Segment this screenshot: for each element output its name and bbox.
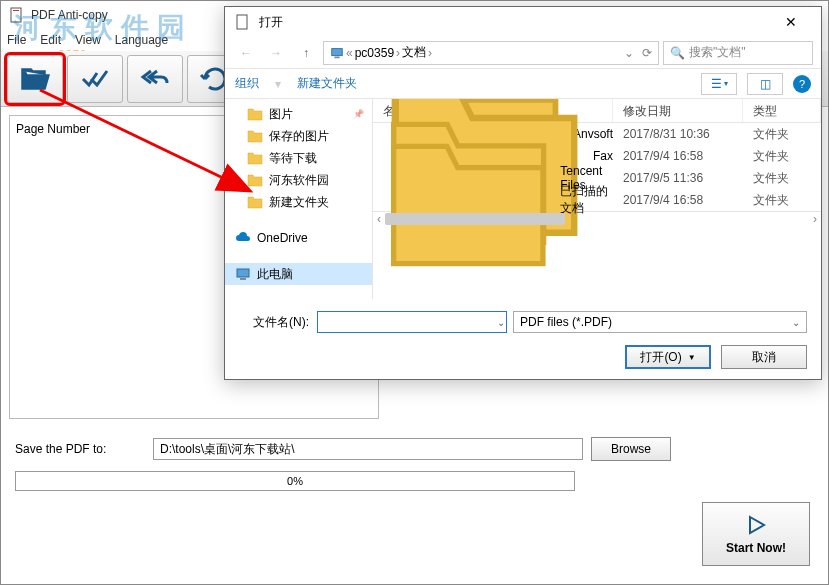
col-date[interactable]: 修改日期 xyxy=(613,99,743,122)
chevron-right-icon: › xyxy=(428,46,432,60)
menu-language[interactable]: Language xyxy=(115,33,168,47)
close-icon: ✕ xyxy=(785,14,797,30)
chevron-down-icon[interactable]: ⌄ xyxy=(497,317,505,328)
list-icon: ☰ xyxy=(711,77,722,91)
chevron-right-icon: › xyxy=(396,46,400,60)
save-path-input[interactable] xyxy=(153,438,583,460)
dialog-icon xyxy=(235,14,251,30)
dialog-footer: 文件名(N): ⌄ PDF files (*.PDF) ⌄ 打开(O)▼ 取消 xyxy=(225,299,821,381)
arrow-right-icon: → xyxy=(270,46,282,60)
help-button[interactable]: ? xyxy=(793,75,811,93)
folder-open-icon xyxy=(19,63,51,95)
chevron-icon: « xyxy=(346,46,353,60)
tree-item[interactable]: OneDrive xyxy=(225,227,372,249)
progress-bar: 0% xyxy=(15,471,575,491)
filename-input[interactable] xyxy=(317,311,507,333)
menu-file[interactable]: File xyxy=(7,33,26,47)
tree-item[interactable]: 图片 xyxy=(225,103,372,125)
organize-menu[interactable]: 组织 xyxy=(235,75,259,92)
main-title: PDF Anti-copy xyxy=(31,8,108,22)
search-input[interactable]: 🔍 搜索"文档" xyxy=(663,41,813,65)
open-button[interactable]: 打开(O)▼ xyxy=(625,345,711,369)
folder-tree: 图片保存的图片等待下载河东软件园新建文件夹OneDrive此电脑 xyxy=(225,99,373,299)
tree-item[interactable]: 此电脑 xyxy=(225,263,372,285)
nav-up-button[interactable]: ↑ xyxy=(293,41,319,65)
view-mode-button[interactable]: ☰▾ xyxy=(701,73,737,95)
breadcrumb[interactable]: « pc0359 › 文档 › ⌄ ⟳ xyxy=(323,41,659,65)
nav-forward-button[interactable]: → xyxy=(263,41,289,65)
arrow-left-icon: ← xyxy=(240,46,252,60)
svg-rect-7 xyxy=(240,278,246,280)
scroll-left-icon[interactable]: ‹ xyxy=(373,212,385,225)
svg-rect-1 xyxy=(13,10,19,11)
chevron-down-icon: ▾ xyxy=(724,79,728,88)
open-file-button[interactable] xyxy=(7,55,63,103)
dialog-nav: ← → ↑ « pc0359 › 文档 › ⌄ ⟳ 🔍 搜索"文档" xyxy=(225,37,821,69)
file-list: 名称 修改日期 类型 Anvsoft2017/8/31 10:36文件夹Fax2… xyxy=(373,99,821,299)
tree-item[interactable]: 河东软件园 xyxy=(225,169,372,191)
dialog-toolbar: 组织 ▾ 新建文件夹 ☰▾ ◫ ? xyxy=(225,69,821,99)
menu-edit[interactable]: Edit xyxy=(40,33,61,47)
filename-label: 文件名(N): xyxy=(239,314,309,331)
chevron-down-icon: ▼ xyxy=(688,353,696,362)
chevron-down-icon: ⌄ xyxy=(792,317,800,328)
svg-rect-6 xyxy=(237,269,249,277)
list-item[interactable]: 已扫描的文档2017/9/4 16:58文件夹 xyxy=(373,189,821,211)
filetype-select[interactable]: PDF files (*.PDF) ⌄ xyxy=(513,311,807,333)
refresh-icon[interactable]: ⟳ xyxy=(642,46,652,60)
new-folder-button[interactable]: 新建文件夹 xyxy=(297,75,357,92)
nav-back-button[interactable]: ← xyxy=(233,41,259,65)
undo-icon xyxy=(139,63,171,95)
scrollbar[interactable]: ‹ › xyxy=(373,211,821,225)
undo-button[interactable] xyxy=(127,55,183,103)
start-button[interactable]: Start Now! xyxy=(702,502,810,566)
pc-icon xyxy=(330,46,344,60)
svg-rect-5 xyxy=(334,56,339,58)
cancel-button[interactable]: 取消 xyxy=(721,345,807,369)
preview-pane-button[interactable]: ◫ xyxy=(747,73,783,95)
arrow-up-icon: ↑ xyxy=(303,46,309,60)
close-button[interactable]: ✕ xyxy=(771,8,811,36)
search-icon: 🔍 xyxy=(670,46,685,60)
tree-item[interactable]: 保存的图片 xyxy=(225,125,372,147)
app-icon xyxy=(9,7,25,23)
play-icon xyxy=(744,513,768,537)
tree-item[interactable]: 新建文件夹 xyxy=(225,191,372,213)
chevron-down-icon[interactable]: ⌄ xyxy=(624,46,634,60)
dialog-title: 打开 xyxy=(259,14,771,31)
svg-rect-3 xyxy=(237,15,247,29)
confirm-button[interactable] xyxy=(67,55,123,103)
scroll-right-icon[interactable]: › xyxy=(809,212,821,225)
menu-view[interactable]: View xyxy=(75,33,101,47)
save-label: Save the PDF to: xyxy=(15,442,145,456)
col-type[interactable]: 类型 xyxy=(743,99,821,122)
tree-item[interactable]: 等待下载 xyxy=(225,147,372,169)
browse-button[interactable]: Browse xyxy=(591,437,671,461)
bottom-area: Save the PDF to: Browse 0% xyxy=(1,427,828,501)
help-icon: ? xyxy=(799,78,805,90)
file-open-dialog: 打开 ✕ ← → ↑ « pc0359 › 文档 › ⌄ ⟳ 🔍 搜索"文档" … xyxy=(224,6,822,380)
scroll-thumb[interactable] xyxy=(385,213,565,225)
dialog-body: 图片保存的图片等待下载河东软件园新建文件夹OneDrive此电脑 名称 修改日期… xyxy=(225,99,821,299)
double-check-icon xyxy=(79,63,111,95)
preview-icon: ◫ xyxy=(760,77,771,91)
svg-rect-4 xyxy=(332,48,343,55)
dialog-titlebar: 打开 ✕ xyxy=(225,7,821,37)
